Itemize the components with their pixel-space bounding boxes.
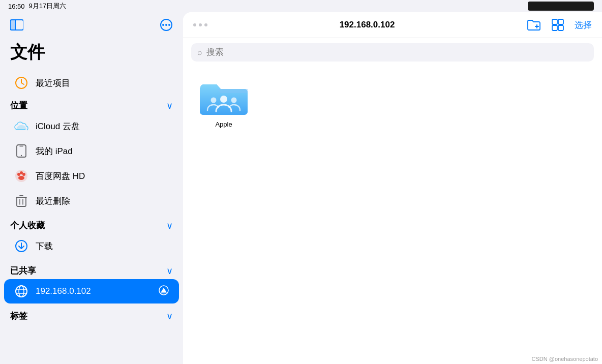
dot-1 (193, 23, 196, 26)
file-name-apple: Apple (215, 120, 232, 128)
tags-section-title: 标签 (10, 310, 27, 322)
sidebar-toggle-icon[interactable] (10, 19, 23, 34)
sidebar-item-trash[interactable]: 最近删除 (4, 189, 179, 213)
trash-icon (14, 194, 28, 208)
trash-item-label: 最近删除 (36, 195, 70, 207)
svg-point-5 (162, 24, 164, 26)
svg-point-15 (22, 173, 25, 176)
sidebar-item-recent[interactable]: 最近项目 (4, 71, 179, 95)
sidebar-section-favorites: 个人收藏 ∨ 下载 (0, 216, 183, 259)
sidebar-header (0, 12, 183, 39)
svg-point-25 (16, 286, 27, 297)
svg-rect-36 (552, 25, 557, 31)
favorites-section-title: 个人收藏 (10, 220, 45, 231)
ipad-icon (14, 144, 28, 158)
dot-2 (199, 23, 202, 26)
location-section-header: 位置 ∨ (0, 96, 183, 113)
svg-point-14 (17, 173, 20, 176)
status-date: 9月17日周六 (29, 2, 67, 11)
main-actions: 选择 (527, 18, 592, 32)
sidebar-item-baidu[interactable]: 百度网盘 HD (4, 164, 179, 188)
svg-point-26 (19, 286, 24, 297)
shared-chevron-icon[interactable]: ∨ (166, 265, 173, 277)
svg-point-39 (211, 98, 217, 103)
tags-chevron-icon[interactable]: ∨ (166, 311, 173, 322)
sidebar-section-tags: 标签 ∨ (0, 306, 183, 324)
sidebar-more-icon[interactable] (160, 18, 173, 35)
search-input[interactable] (206, 47, 588, 57)
shared-section-header: 已共享 ∨ (0, 261, 183, 279)
select-button[interactable]: 选择 (575, 19, 592, 31)
download-icon (14, 239, 28, 253)
svg-rect-18 (17, 197, 26, 206)
favorites-chevron-icon[interactable]: ∨ (166, 220, 173, 231)
shared-section-title: 已共享 (10, 265, 36, 277)
app-container: 文件 最近项目 位置 ∨ (0, 12, 602, 364)
favorites-section-header: 个人收藏 ∨ (0, 216, 183, 233)
sidebar-section-location: 位置 ∨ iCloud 云盘 (0, 96, 183, 214)
eject-icon[interactable] (159, 285, 169, 298)
baidu-icon (14, 169, 28, 183)
status-right-icons (528, 2, 594, 11)
svg-point-6 (168, 24, 170, 26)
folder-icon-apple (198, 77, 249, 117)
baidu-item-label: 百度网盘 HD (36, 170, 85, 182)
svg-rect-37 (558, 25, 563, 31)
icloud-item-label: iCloud 云盘 (36, 120, 80, 132)
location-section-title: 位置 (10, 100, 27, 111)
svg-rect-0 (10, 20, 15, 30)
svg-rect-35 (558, 19, 563, 24)
svg-point-40 (231, 98, 237, 103)
status-bar: 16:50 9月17日周六 (0, 0, 602, 12)
svg-point-16 (20, 171, 23, 174)
status-time: 16:50 (8, 3, 25, 10)
clock-icon (14, 76, 28, 90)
recent-item-label: 最近项目 (36, 77, 70, 89)
svg-point-38 (220, 96, 227, 103)
search-bar-container: ⌕ (183, 38, 602, 67)
svg-rect-34 (552, 19, 557, 24)
search-icon: ⌕ (197, 48, 202, 57)
ipad-item-label: 我的 iPad (36, 145, 73, 157)
new-folder-icon[interactable] (527, 19, 541, 31)
search-bar: ⌕ (191, 43, 594, 62)
sidebar: 文件 最近项目 位置 ∨ (0, 12, 183, 364)
grid-icon[interactable] (551, 18, 564, 32)
sidebar-item-network[interactable]: 192.168.0.102 (4, 279, 179, 304)
svg-point-17 (18, 176, 24, 180)
sidebar-item-ipad[interactable]: 我的 iPad (4, 139, 179, 163)
header-dots (193, 23, 207, 26)
location-chevron-icon[interactable]: ∨ (166, 100, 173, 111)
tags-section-header: 标签 ∨ (0, 306, 183, 324)
main-title: 192.168.0.102 (340, 20, 395, 30)
svg-marker-30 (161, 288, 166, 292)
watermark: CSDN @onehasonepotato (532, 356, 598, 362)
dot-3 (204, 23, 207, 26)
main-header: 192.168.0.102 (183, 12, 602, 38)
main-content: 192.168.0.102 (183, 12, 602, 364)
svg-point-11 (21, 155, 22, 156)
sidebar-item-icloud[interactable]: iCloud 云盘 (4, 114, 179, 138)
icloud-icon (14, 119, 28, 133)
sidebar-title: 文件 (0, 39, 183, 70)
sidebar-section-shared: 已共享 ∨ 192.168.0.102 (0, 261, 183, 304)
download-item-label: 下载 (36, 240, 53, 252)
svg-line-9 (21, 83, 24, 84)
file-item-apple[interactable]: Apple (193, 77, 254, 128)
network-item-label: 192.168.0.102 (36, 286, 91, 296)
file-grid: Apple (183, 67, 602, 364)
svg-point-4 (165, 24, 167, 26)
globe-icon (14, 284, 28, 298)
sidebar-item-download[interactable]: 下载 (4, 234, 179, 258)
